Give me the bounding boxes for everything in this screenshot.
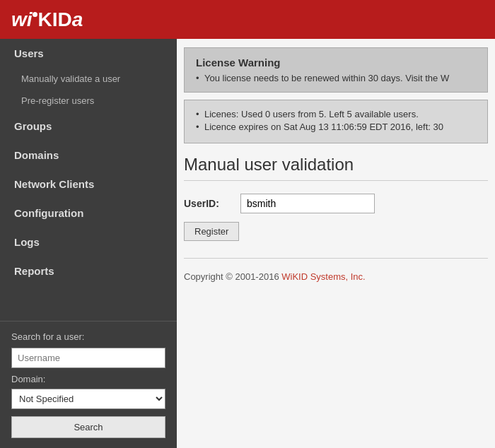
sidebar-item-pre-register[interactable]: Pre-register users [0,90,177,112]
license-warning-list: You license needs to be renewed within 3… [196,73,476,83]
sidebar-item-manually-validate[interactable]: Manually validate a user [0,68,177,90]
userid-input[interactable] [240,194,375,213]
register-button[interactable]: Register [184,222,239,241]
manual-validation-form: UserID: Register [177,184,495,251]
logo-wi: wi [11,8,33,31]
license-info-box: Licenes: Used 0 users from 5. Left 5 ava… [184,100,488,143]
sidebar-item-groups[interactable]: Groups [0,112,177,141]
userid-label: UserID: [184,198,240,209]
main-content: License Warning You license needs to be … [177,39,495,448]
logo: wi KID a [11,8,83,31]
license-info-list: Licenes: Used 0 users from 5. Left 5 ava… [196,109,476,132]
sidebar-item-reports[interactable]: Reports [0,257,177,285]
page-title: Manual user validation [184,155,488,181]
content-divider [184,258,488,259]
sidebar-item-network-clients[interactable]: Network Clients [0,170,177,199]
sidebar-item-logs[interactable]: Logs [0,228,177,257]
search-for-user-label: Search for a user: [11,331,165,342]
license-warning-box: License Warning You license needs to be … [184,47,488,93]
license-info-item-1: Licence expires on Sat Aug 13 11:06:59 E… [196,122,476,132]
app-header: wi KID a [0,0,495,39]
domain-select[interactable]: Not Specified [11,389,165,409]
search-input[interactable] [11,348,165,368]
logo-kid: KID [38,8,72,31]
sidebar-search-section: Search for a user: Domain: Not Specified… [0,321,177,448]
sidebar-item-users[interactable]: Users [0,39,177,68]
logo-a: a [72,8,83,31]
copyright: Copyright © 2001-2016 WiKID Systems, Inc… [177,266,495,288]
sidebar-item-domains[interactable]: Domains [0,141,177,170]
search-button[interactable]: Search [11,416,165,438]
sidebar-item-configuration[interactable]: Configuration [0,199,177,228]
copyright-text: Copyright © 2001-2016 [184,271,281,282]
domain-label: Domain: [11,374,165,384]
userid-row: UserID: [184,194,488,213]
license-warning-item: You license needs to be renewed within 3… [196,73,476,83]
logo-dot [33,12,37,17]
sidebar: Users Manually validate a user Pre-regis… [0,39,177,448]
license-info-item-0: Licenes: Used 0 users from 5. Left 5 ava… [196,109,476,119]
license-warning-title: License Warning [196,57,476,69]
wikid-link[interactable]: WiKID Systems, Inc. [281,271,365,282]
